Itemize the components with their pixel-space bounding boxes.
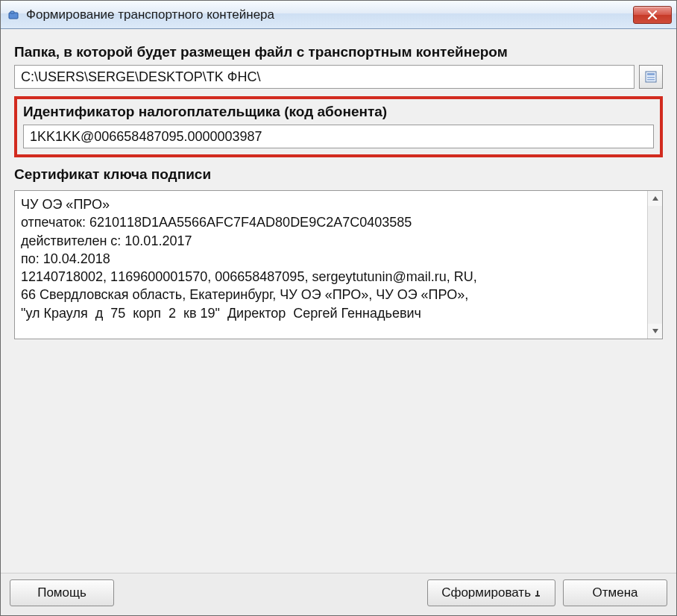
dialog-body: Папка, в которой будет размещен файл с т…: [1, 29, 676, 573]
generate-button-label: Сформировать: [441, 585, 531, 600]
scroll-up-icon[interactable]: [648, 191, 662, 206]
svg-rect-5: [647, 79, 655, 81]
cert-textarea[interactable]: ЧУ ОЭ «ПРО» отпечаток: 6210118D1AA5566AF…: [14, 190, 663, 339]
taxpayer-id-input[interactable]: [23, 125, 654, 148]
svg-rect-1: [10, 11, 14, 13]
browse-folder-button[interactable]: [639, 65, 663, 89]
button-bar: Помощь Сформировать Отмена: [1, 573, 676, 615]
dropdown-caret-icon: [534, 585, 541, 600]
close-icon: [647, 10, 658, 19]
window-title: Формирование транспортного контейнера: [26, 7, 633, 22]
cancel-button-label: Отмена: [593, 585, 638, 600]
svg-rect-4: [647, 77, 655, 78]
titlebar: Формирование транспортного контейнера: [1, 1, 676, 29]
help-button-label: Помощь: [37, 585, 86, 600]
taxpayer-id-label: Идентификатор налогоплательщика (код або…: [23, 104, 654, 120]
folder-row: [14, 65, 663, 89]
cert-label: Сертификат ключа подписи: [14, 166, 663, 183]
help-button[interactable]: Помощь: [10, 579, 114, 606]
scroll-down-icon[interactable]: [648, 324, 662, 339]
folder-label: Папка, в которой будет размещен файл с т…: [14, 44, 663, 60]
svg-rect-3: [647, 73, 655, 75]
dialog-window: Формирование транспортного контейнера Па…: [0, 0, 677, 616]
app-icon: [7, 8, 20, 22]
folder-browse-icon: [644, 70, 658, 84]
close-button[interactable]: [633, 6, 672, 24]
generate-button[interactable]: Сформировать: [427, 579, 555, 606]
cert-content: ЧУ ОЭ «ПРО» отпечаток: 6210118D1AA5566AF…: [15, 191, 662, 327]
svg-rect-7: [535, 595, 540, 597]
folder-path-input[interactable]: [14, 65, 635, 89]
cert-scrollbar[interactable]: [647, 191, 662, 339]
cancel-button[interactable]: Отмена: [563, 579, 667, 606]
taxpayer-id-highlight: Идентификатор налогоплательщика (код або…: [14, 96, 663, 157]
svg-rect-6: [537, 591, 538, 595]
